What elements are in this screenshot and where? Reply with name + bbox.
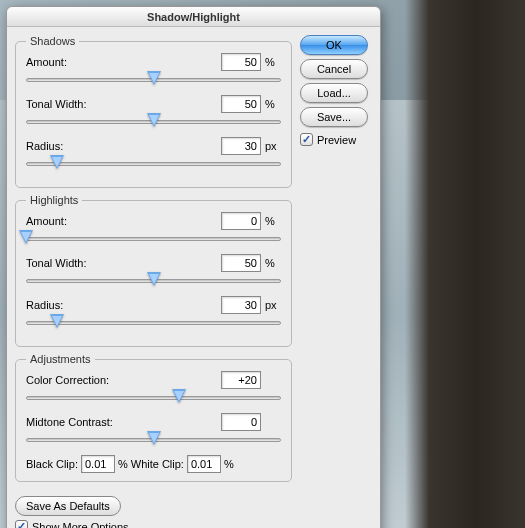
cancel-button[interactable]: Cancel <box>300 59 368 79</box>
shadows-tonal-label: Tonal Width: <box>26 98 217 110</box>
slider-thumb-icon[interactable] <box>50 155 64 169</box>
shadows-legend: Shadows <box>26 35 79 47</box>
white-clip-label: White Clip: <box>131 458 184 470</box>
slider-thumb-icon[interactable] <box>147 272 161 286</box>
slider-thumb-icon[interactable] <box>19 230 33 244</box>
highlights-tonal-unit: % <box>265 257 281 269</box>
shadows-tonal-slider[interactable] <box>26 115 281 131</box>
shadows-amount-unit: % <box>265 56 281 68</box>
highlights-radius-input[interactable] <box>221 296 261 314</box>
shadows-radius-slider[interactable] <box>26 157 281 173</box>
cc-label: Color Correction: <box>26 374 217 386</box>
highlights-tonal-slider[interactable] <box>26 274 281 290</box>
highlights-tonal-input[interactable] <box>221 254 261 272</box>
mc-input[interactable] <box>221 413 261 431</box>
highlights-amount-unit: % <box>265 215 281 227</box>
preview-checkbox[interactable]: ✓ <box>300 133 313 146</box>
shadows-radius-label: Radius: <box>26 140 217 152</box>
ok-button[interactable]: OK <box>300 35 368 55</box>
mc-slider[interactable] <box>26 433 281 449</box>
preview-label: Preview <box>317 134 356 146</box>
slider-thumb-icon[interactable] <box>147 71 161 85</box>
shadows-tonal-input[interactable] <box>221 95 261 113</box>
shadows-radius-unit: px <box>265 140 281 152</box>
shadow-highlight-dialog: Shadow/Highlight Shadows Amount: % Tonal… <box>6 6 381 528</box>
slider-thumb-icon[interactable] <box>147 113 161 127</box>
highlights-radius-slider[interactable] <box>26 316 281 332</box>
load-button[interactable]: Load... <box>300 83 368 103</box>
shadows-amount-slider[interactable] <box>26 73 281 89</box>
cc-input[interactable] <box>221 371 261 389</box>
black-clip-unit: % <box>118 458 128 470</box>
show-more-label: Show More Options <box>32 521 129 529</box>
shadows-amount-label: Amount: <box>26 56 217 68</box>
slider-thumb-icon[interactable] <box>172 389 186 403</box>
highlights-legend: Highlights <box>26 194 82 206</box>
highlights-amount-slider[interactable] <box>26 232 281 248</box>
highlights-amount-label: Amount: <box>26 215 217 227</box>
slider-thumb-icon[interactable] <box>147 431 161 445</box>
highlights-tonal-label: Tonal Width: <box>26 257 217 269</box>
highlights-radius-unit: px <box>265 299 281 311</box>
save-defaults-button[interactable]: Save As Defaults <box>15 496 121 516</box>
white-clip-unit: % <box>224 458 234 470</box>
adjustments-legend: Adjustments <box>26 353 95 365</box>
show-more-checkbox[interactable]: ✓ <box>15 520 28 528</box>
black-clip-input[interactable] <box>81 455 115 473</box>
adjustments-group: Adjustments Color Correction: Midtone Co… <box>15 353 292 482</box>
dialog-title: Shadow/Highlight <box>7 7 380 27</box>
highlights-amount-input[interactable] <box>221 212 261 230</box>
black-clip-label: Black Clip: <box>26 458 78 470</box>
shadows-group: Shadows Amount: % Tonal Width: % <box>15 35 292 188</box>
save-button[interactable]: Save... <box>300 107 368 127</box>
shadows-amount-input[interactable] <box>221 53 261 71</box>
mc-label: Midtone Contrast: <box>26 416 217 428</box>
highlights-group: Highlights Amount: % Tonal Width: % <box>15 194 292 347</box>
white-clip-input[interactable] <box>187 455 221 473</box>
slider-thumb-icon[interactable] <box>50 314 64 328</box>
shadows-radius-input[interactable] <box>221 137 261 155</box>
highlights-radius-label: Radius: <box>26 299 217 311</box>
cc-slider[interactable] <box>26 391 281 407</box>
shadows-tonal-unit: % <box>265 98 281 110</box>
